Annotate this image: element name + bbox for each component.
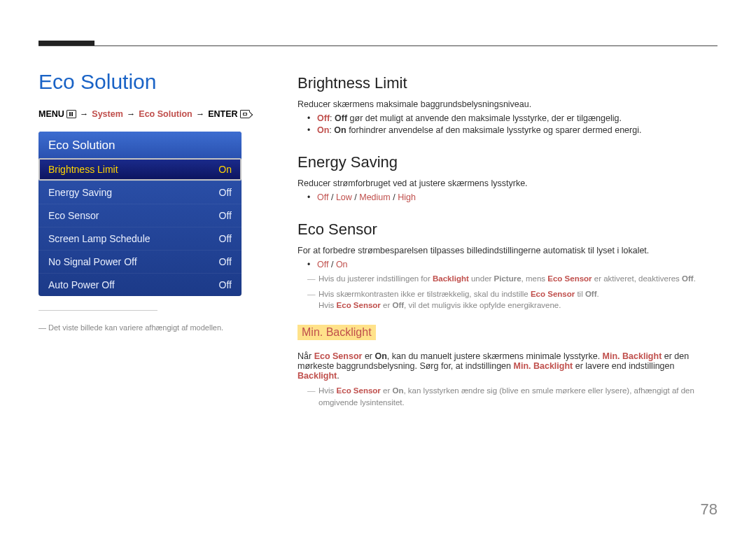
osd-item-label: Auto Power Off <box>48 279 115 290</box>
heading-brightness-limit: Brightness Limit <box>298 74 704 92</box>
osd-item-no-signal[interactable]: No Signal Power Off Off <box>38 250 241 273</box>
min-backlight-desc: Når Eco Sensor er On, kan du manuelt jus… <box>298 351 704 381</box>
bc-eco: Eco Solution <box>139 109 192 119</box>
brightness-bullet-on: On: On forhindrer anvendelse af den maks… <box>310 125 704 135</box>
heading-eco-sensor: Eco Sensor <box>298 220 704 239</box>
osd-item-label: Eco Sensor <box>48 210 99 221</box>
enter-icon <box>240 110 250 118</box>
bc-arrow: → <box>125 109 137 119</box>
osd-item-value: Off <box>219 210 232 221</box>
osd-item-label: Screen Lamp Schedule <box>48 233 150 244</box>
osd-item-label: No Signal Power Off <box>48 256 137 267</box>
osd-item-value: On <box>218 164 232 175</box>
bc-system: System <box>92 109 122 119</box>
osd-item-brightness-limit[interactable]: Brightness Limit On <box>38 158 241 181</box>
eco-note-2: Hvis skærmkontrasten ikke er tilstrækkel… <box>310 288 704 311</box>
osd-item-value: Off <box>219 187 232 198</box>
bc-menu: MENU <box>38 109 64 119</box>
osd-item-value: Off <box>219 256 232 267</box>
osd-item-eco-sensor[interactable]: Eco Sensor Off <box>38 204 241 227</box>
bc-arrow: → <box>195 109 206 119</box>
energy-options: Off / Low / Medium / High <box>310 192 704 202</box>
heading-min-backlight: Min. Backlight <box>298 325 376 340</box>
breadcrumb: MENU → System → Eco Solution → ENTER <box>38 109 280 119</box>
bc-arrow: → <box>78 109 90 119</box>
osd-item-auto-power-off[interactable]: Auto Power Off Off <box>38 273 241 296</box>
eco-note-1: Hvis du justerer indstillingen for Backl… <box>310 273 704 285</box>
footnote-rule <box>38 310 158 311</box>
osd-item-value: Off <box>219 279 232 290</box>
page-top-accent <box>38 41 94 45</box>
min-backlight-note: Hvis Eco Sensor er On, kan lysstyrken æn… <box>310 385 704 408</box>
section-title: Eco Solution <box>38 70 280 94</box>
page-number: 78 <box>701 500 718 519</box>
osd-item-value: Off <box>219 233 232 244</box>
heading-energy-saving: Energy Saving <box>298 153 704 171</box>
osd-item-energy-saving[interactable]: Energy Saving Off <box>38 181 241 204</box>
menu-icon <box>66 110 76 118</box>
osd-title: Eco Solution <box>38 132 241 158</box>
brightness-desc: Reducer skærmens maksimale baggrundsbely… <box>298 99 704 109</box>
eco-sensor-options: Off / On <box>310 260 704 269</box>
osd-footnote: ― Det viste billede kan variere afhængig… <box>38 318 280 332</box>
eco-sensor-desc: For at forbedre strømbesparelsen tilpass… <box>298 246 704 255</box>
bc-enter: ENTER <box>208 109 237 119</box>
osd-panel: Eco Solution Brightness Limit On Energy … <box>38 132 241 296</box>
brightness-bullet-off: Off: Off gør det muligt at anvende den m… <box>310 113 704 123</box>
page-top-rule <box>38 45 718 46</box>
osd-item-screen-lamp[interactable]: Screen Lamp Schedule Off <box>38 227 241 250</box>
osd-item-label: Brightness Limit <box>48 164 118 175</box>
energy-desc: Reducer strømforbruget ved at justere sk… <box>298 178 704 188</box>
osd-item-label: Energy Saving <box>48 187 112 198</box>
